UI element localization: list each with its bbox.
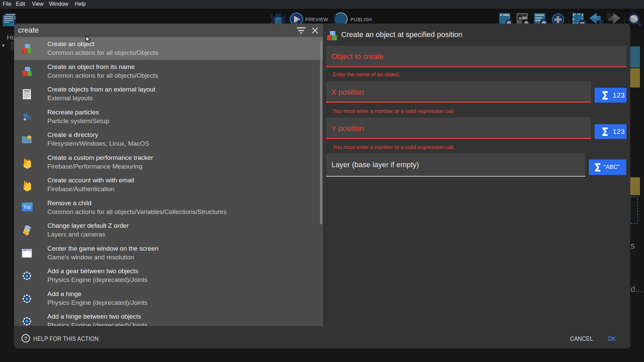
svg-text:?: ? [24,335,27,341]
svg-text:Var: Var [23,204,31,210]
